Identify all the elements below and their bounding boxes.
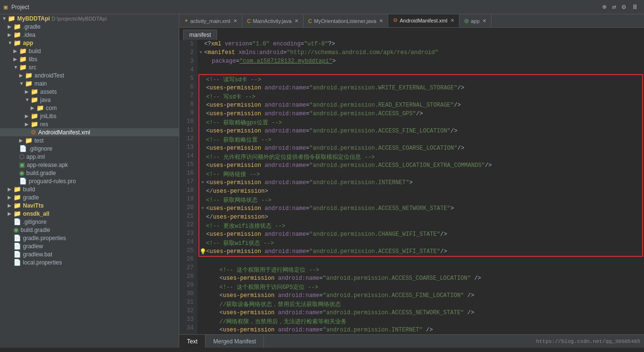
file-icon: 📄 bbox=[13, 242, 21, 250]
sidebar-item-main[interactable]: ▼ 📁 main bbox=[0, 79, 179, 88]
bottom-tab-merged-manifest[interactable]: Merged Manifest bbox=[206, 335, 264, 348]
sidebar-item-gradle-properties[interactable]: ▶ 📄 gradle.properties bbox=[0, 234, 179, 242]
ln-25: 25 bbox=[179, 246, 194, 255]
sidebar-item-test[interactable]: ▶ 📁 test bbox=[0, 136, 179, 144]
arrow-icon: ▶ bbox=[19, 73, 24, 78]
sidebar-item-java[interactable]: ▼ 📁 java bbox=[0, 96, 179, 104]
ln-21: 21 bbox=[179, 212, 194, 220]
fold-gutter[interactable]: ▼ bbox=[199, 206, 206, 211]
sidebar-item-app-release[interactable]: ▶ ▣ app-release.apk bbox=[0, 161, 179, 169]
sidebar-item-navitts[interactable]: ▶ 📁 NaviTts bbox=[0, 201, 179, 209]
item-label: jniLibs bbox=[40, 113, 56, 120]
highlight-region: <!-- 读写sd卡 --> <uses-permission android:… bbox=[198, 74, 643, 257]
toolbar-icon-4[interactable]: ⏸ bbox=[630, 3, 640, 11]
toolbar-icon-2[interactable]: ⇄ bbox=[610, 3, 618, 11]
java-icon: C bbox=[247, 18, 251, 24]
ln-24: 24 bbox=[179, 238, 194, 246]
tab-close-icon[interactable]: ✕ bbox=[379, 18, 383, 23]
fold-gutter[interactable]: ▼ bbox=[199, 180, 206, 185]
item-label: res bbox=[40, 121, 48, 128]
ln-23: 23 bbox=[179, 229, 194, 238]
sidebar-item-gradle[interactable]: ▶ 📁 .gradle bbox=[0, 22, 179, 31]
code-line-21: </uses-permission> bbox=[199, 213, 642, 221]
folder-icon: 📁 bbox=[31, 96, 38, 103]
bottom-tab-text[interactable]: Text bbox=[179, 335, 206, 348]
folder-icon: 📁 bbox=[19, 55, 27, 63]
item-label: build bbox=[29, 48, 41, 55]
code-editor[interactable]: 1 2 3 4 5 6 7 8 9 10 11 12 13 14 15 16 1 bbox=[179, 40, 644, 334]
ln-5: 5 bbox=[179, 74, 194, 83]
sidebar-item-build2[interactable]: ▶ 📁 build bbox=[0, 185, 179, 193]
sidebar-item-build1[interactable]: ▶ 📁 build bbox=[0, 47, 179, 55]
sidebar-item-idea[interactable]: ▶ 📁 .idea bbox=[0, 31, 179, 39]
top-bar-title: Project bbox=[11, 4, 29, 11]
arrow-icon: ▶ bbox=[8, 211, 12, 216]
folder-icon: 📁 bbox=[13, 186, 21, 193]
arrow-icon: ▶ bbox=[8, 203, 12, 208]
sidebar-item-build-gradle1[interactable]: ▶ ◉ build.gradle bbox=[0, 169, 179, 177]
tab-androidmanifest[interactable]: ⚙ AndroidManifest.xml ✕ bbox=[388, 14, 459, 27]
ln-18: 18 bbox=[179, 186, 194, 195]
sidebar-item-gitignore2[interactable]: ▶ 📄 .gitignore bbox=[0, 218, 179, 226]
item-label: local.properties bbox=[23, 259, 62, 266]
sidebar-item-gradlew[interactable]: ▶ 📄 gradlew bbox=[0, 242, 179, 250]
sidebar-item-androidtest[interactable]: ▶ 📁 androidTest bbox=[0, 71, 179, 79]
ln-19: 19 bbox=[179, 195, 194, 203]
sidebar-item-libs[interactable]: ▶ 📁 libs bbox=[0, 55, 179, 63]
sidebar-item-local-properties[interactable]: ▶ 📄 local.properties bbox=[0, 258, 179, 266]
toolbar-icon-1[interactable]: ⊕ bbox=[600, 3, 608, 11]
code-line-8: <uses-permission android:name="android.p… bbox=[199, 101, 642, 110]
item-label: assets bbox=[40, 88, 57, 95]
ln-4: 4 bbox=[179, 66, 194, 74]
sidebar-item-onsdk[interactable]: ▶ 📁 onsdk_all bbox=[0, 209, 179, 218]
sidebar-item-gradlew-bat[interactable]: ▶ 📄 gradlew.bat bbox=[0, 250, 179, 258]
ln-11: 11 bbox=[179, 126, 194, 134]
arrow-icon: ▶ bbox=[13, 48, 18, 54]
folder-icon: 📁 bbox=[13, 210, 21, 217]
tab-mainactivity[interactable]: C MainActivity.java ✕ bbox=[242, 14, 304, 27]
ln-12: 12 bbox=[179, 134, 194, 143]
ln-16: 16 bbox=[179, 169, 194, 177]
manifest-tab-item[interactable]: manifest bbox=[183, 30, 217, 40]
tab-app[interactable]: ◎ app ✕ bbox=[459, 14, 491, 27]
sidebar-item-app-iml[interactable]: ▶ ⬡ app.iml bbox=[0, 153, 179, 161]
sidebar-item-jnilibs[interactable]: ▶ 📁 jniLibs bbox=[0, 112, 179, 120]
tab-close-icon[interactable]: ✕ bbox=[233, 18, 237, 23]
folder-icon: 📁 bbox=[13, 39, 21, 46]
sidebar-item-res[interactable]: ▶ 📁 res bbox=[0, 120, 179, 128]
toolbar-icon-3[interactable]: ⚙ bbox=[620, 3, 628, 11]
tab-activity-main[interactable]: ✦ activity_main.xml ✕ bbox=[179, 14, 242, 27]
tab-close-icon[interactable]: ✕ bbox=[295, 18, 298, 23]
arrow-icon: ▶ bbox=[8, 195, 12, 200]
sidebar-item-gitignore1[interactable]: ▶ 📄 .gitignore bbox=[0, 144, 179, 153]
sidebar-item-app[interactable]: ▼ 📁 app bbox=[0, 39, 179, 47]
fold-gutter[interactable]: ▼ bbox=[197, 50, 204, 55]
sidebar-item-root[interactable]: ▼ 📁 MyBDDTApi D:\projects\MyBDDTApi bbox=[0, 14, 179, 22]
item-label: libs bbox=[29, 56, 37, 63]
tab-close-icon[interactable]: ✕ bbox=[482, 18, 486, 23]
item-label: androidTest bbox=[34, 72, 64, 79]
arrow-icon: ▶ bbox=[31, 105, 35, 110]
ln-30: 30 bbox=[179, 289, 194, 298]
code-line-32: <uses-permission android:name="android.p… bbox=[197, 308, 644, 317]
apk-icon: ▣ bbox=[19, 161, 25, 168]
ln-14: 14 bbox=[179, 152, 194, 160]
sidebar-item-com[interactable]: ▶ 📁 com bbox=[0, 104, 179, 112]
tab-myorientation[interactable]: C MyOrientationListener.java ✕ bbox=[304, 14, 388, 27]
ln-26: 26 bbox=[179, 255, 194, 264]
bottom-tab-text-label: Text bbox=[187, 338, 197, 345]
sidebar-item-build-gradle2[interactable]: ▶ ◉ build.gradle bbox=[0, 226, 179, 234]
sidebar-root-label: MyBDDTApi D:\projects\MyBDDTApi bbox=[17, 15, 107, 22]
tab-close-icon[interactable]: ✕ bbox=[450, 18, 454, 23]
code-line-25: 💡 <uses-permission android:name="android… bbox=[199, 247, 642, 256]
code-line: ▼ <manifest xmlns:android="http://schema… bbox=[197, 48, 644, 57]
tab-label: app bbox=[471, 18, 480, 24]
item-label: app.iml bbox=[26, 154, 45, 160]
bottom-tab-merged-label: Merged Manifest bbox=[213, 338, 256, 345]
sidebar-item-androidmanifest[interactable]: ▶ ⚙ AndroidManifest.xml ➜ bbox=[0, 128, 179, 136]
sidebar-item-gradle2[interactable]: ▶ 📁 gradle bbox=[0, 193, 179, 201]
code-line-24: <!-- 获取wifi状态 --> bbox=[199, 239, 642, 247]
sidebar-item-assets[interactable]: ▶ 📁 assets bbox=[0, 88, 179, 96]
sidebar-item-proguard[interactable]: ▶ 📄 proguard-rules.pro bbox=[0, 177, 179, 185]
sidebar-item-src[interactable]: ▼ 📁 src bbox=[0, 63, 179, 71]
